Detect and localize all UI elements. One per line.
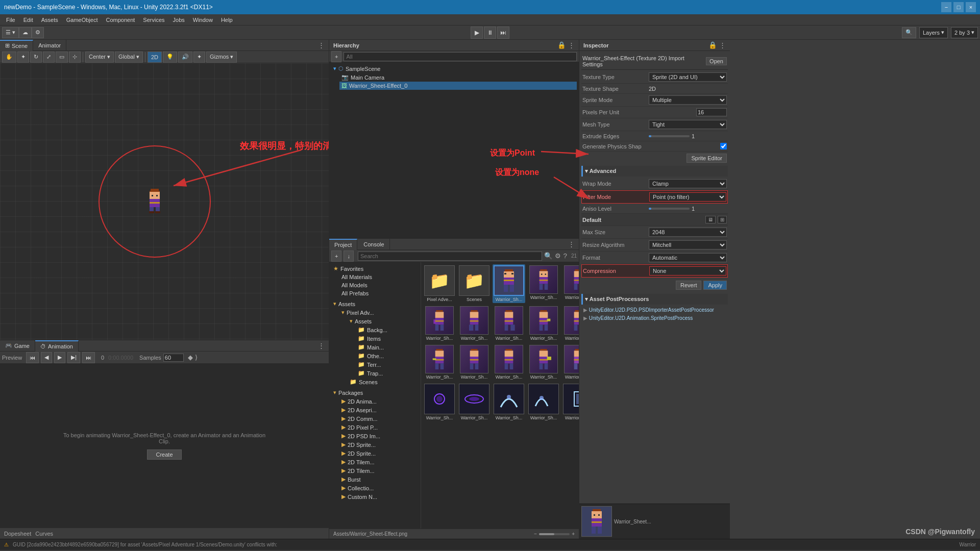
asset-item-warrior-3[interactable]: Warrior_Sh... (527, 264, 560, 303)
tree-background[interactable]: 📁 Backg... (356, 325, 419, 334)
asset-item-warrior-8[interactable]: Warrior_Sh... (493, 305, 525, 342)
scene-view[interactable]: 效果很明显，特别的清楚 (0, 63, 329, 340)
anim-start-button[interactable]: ⏮ (26, 352, 39, 363)
project-import-button[interactable]: ↓ (344, 251, 354, 262)
asset-item-warrior-6[interactable]: Warrior_Sh... (423, 305, 456, 342)
tab-scene[interactable]: ⊞ Scene (0, 40, 33, 51)
pause-button[interactable]: ⏸ (484, 27, 496, 39)
asset-item-warrior-7[interactable]: Warrior_Sh... (458, 305, 491, 342)
rotate-button[interactable]: ↻ (30, 52, 42, 63)
inspector-lock-button[interactable]: 🔒 (708, 41, 717, 49)
hierarchy-lock-button[interactable]: 🔒 (557, 41, 566, 49)
texture-type-select[interactable]: Sprite (2D and UI) (649, 72, 727, 82)
filter-mode-select[interactable]: Point (no filter) Bilinear Trilinear (649, 192, 726, 202)
menu-component[interactable]: Component (102, 16, 139, 24)
tree-2d-pixel[interactable]: ▶ 2D Pixel P... (339, 423, 419, 432)
tab-project[interactable]: Project (329, 239, 357, 250)
cloud-button[interactable]: ☁ (19, 27, 32, 38)
project-settings-icon[interactable]: ⚙ (555, 252, 561, 260)
project-panel-menu[interactable]: ⋮ (564, 240, 579, 248)
advanced-section[interactable]: ▾ Advanced (581, 166, 728, 177)
format-select[interactable]: Automatic (649, 253, 727, 262)
anim-prev-button[interactable]: ◀ (41, 352, 52, 363)
tree-collection[interactable]: ▶ Collectio... (339, 484, 419, 492)
tree-trap[interactable]: 📁 Trap... (356, 369, 419, 378)
zoom-out-button[interactable]: − (534, 531, 537, 537)
tree-2d-tilemap2[interactable]: ▶ 2D Tilem... (339, 466, 419, 475)
tree-2d-comm[interactable]: ▶ 2D Comm... (339, 414, 419, 423)
hierarchy-menu-button[interactable]: ⋮ (568, 41, 575, 49)
mesh-type-select[interactable]: Tight Full Rect (649, 120, 727, 129)
asset-item-warrior-10[interactable]: Warrior_Sh... (562, 305, 579, 342)
asset-item-warrior-12[interactable]: Warrior_Sh... (423, 344, 456, 381)
monitor-icon[interactable]: 🖥 (705, 216, 716, 223)
hierarchy-search-input[interactable] (344, 52, 577, 61)
asset-item-warrior-18[interactable]: Warrior_Sh... (423, 383, 456, 421)
compression-select[interactable]: None Low Quality Normal Quality High Qua… (649, 266, 726, 276)
anim-panel-menu[interactable]: ⋮ (314, 342, 329, 349)
apply-button[interactable]: Apply (703, 281, 727, 290)
grid-icon[interactable]: ⊞ (718, 216, 727, 223)
asset-item-warrior-selected[interactable]: Warrior_Sh... (493, 264, 525, 303)
hierarchy-main-camera[interactable]: 📷 Main Camera (339, 73, 577, 82)
asset-item-warrior-9[interactable]: Warrior_Sh... (527, 305, 560, 342)
global-button[interactable]: Global ▾ (115, 52, 143, 63)
menu-edit[interactable]: Edit (19, 16, 37, 24)
tree-2d-aseprite[interactable]: ▶ 2D Asepri... (339, 406, 419, 414)
tree-burst[interactable]: ▶ Burst (339, 475, 419, 484)
asset-item-warrior-20[interactable]: Warrior_Sh... (493, 383, 525, 421)
asset-item-folder2[interactable]: 📁 Scenes (458, 264, 491, 303)
inspector-menu-button[interactable]: ⋮ (719, 41, 726, 49)
tree-items[interactable]: 📁 Items (356, 334, 419, 343)
2d-button[interactable]: 2D (148, 52, 162, 63)
move-button[interactable]: ✦ (17, 52, 29, 63)
scale-button[interactable]: ⤢ (43, 52, 55, 63)
tree-all-materials[interactable]: All Materials (339, 273, 419, 281)
asset-item-folder1[interactable]: 📁 Pixel Adve... (423, 264, 456, 303)
hierarchy-add-button[interactable]: + (331, 51, 341, 62)
pixels-per-unit-input[interactable] (696, 108, 727, 116)
tree-2d-tilemap1[interactable]: ▶ 2D Tilem... (339, 458, 419, 466)
revert-button[interactable]: Revert (676, 281, 701, 290)
project-add-button[interactable]: + (331, 251, 341, 262)
menu-file[interactable]: File (2, 16, 19, 24)
asset-item-warrior-14[interactable]: Warrior_Sh... (493, 344, 525, 381)
sprite-editor-button[interactable]: Sprite Editor (687, 154, 727, 163)
tree-2d-psd[interactable]: ▶ 2D PSD Im... (339, 432, 419, 440)
menu-gameobject[interactable]: GameObject (62, 16, 102, 24)
scene-panel-menu[interactable]: ⋮ (314, 41, 329, 49)
project-search-input[interactable] (358, 252, 543, 261)
resize-algo-select[interactable]: Mitchell Bilinear (649, 240, 727, 249)
tool-hand[interactable]: ☰ ▾ (2, 27, 19, 38)
search-button[interactable]: 🔍 (902, 27, 916, 38)
anim-key-button[interactable]: ◆ (188, 354, 193, 361)
max-size-select[interactable]: 2048 1024 512 (649, 228, 727, 237)
asset-item-warrior-13[interactable]: Warrior_Sh... (458, 344, 491, 381)
tab-console[interactable]: Console (358, 239, 389, 250)
sprite-mode-select[interactable]: Multiple Single (649, 95, 727, 105)
hierarchy-warrior-effect[interactable]: 🖼 Warrior_Sheet-Effect_0 (339, 82, 577, 90)
maximize-button[interactable]: □ (953, 2, 964, 12)
tree-pixel-adv[interactable]: ▾ Pixel Adv... (339, 308, 419, 317)
tab-game[interactable]: 🎮 Game (0, 340, 35, 352)
tree-2d-sprite2[interactable]: ▶ 2D Sprite... (339, 449, 419, 458)
play-button[interactable]: ▶ (471, 27, 483, 39)
menu-jobs[interactable]: Jobs (169, 16, 189, 24)
tree-all-prefabs[interactable]: All Prefabs (339, 289, 419, 297)
minimize-button[interactable]: − (941, 2, 951, 12)
tree-terrain[interactable]: 📁 Terr... (356, 360, 419, 369)
layout-dropdown[interactable]: 2 by 3 ▾ (951, 27, 978, 38)
step-button[interactable]: ⏭ (497, 27, 509, 39)
tree-2d-anim[interactable]: ▶ 2D Anima... (339, 397, 419, 406)
asset-postprocessors-section[interactable]: ▾ Asset PostProcessors (581, 294, 728, 305)
close-button[interactable]: × (966, 2, 976, 12)
pivot-button[interactable]: Center ▾ (85, 52, 114, 63)
transform-button[interactable]: ⊹ (69, 52, 81, 63)
light-button[interactable]: 💡 (163, 52, 177, 63)
anim-curve-button[interactable]: ⟩ (195, 354, 198, 361)
inspector-open-button[interactable]: Open (706, 57, 727, 65)
anim-end-button[interactable]: ⏭ (82, 352, 95, 363)
tab-animator[interactable]: Animator (33, 40, 66, 51)
tree-assets[interactable]: ▾ Assets (331, 299, 419, 308)
asset-item-warrior-19[interactable]: Warrior_Sh... (458, 383, 491, 421)
